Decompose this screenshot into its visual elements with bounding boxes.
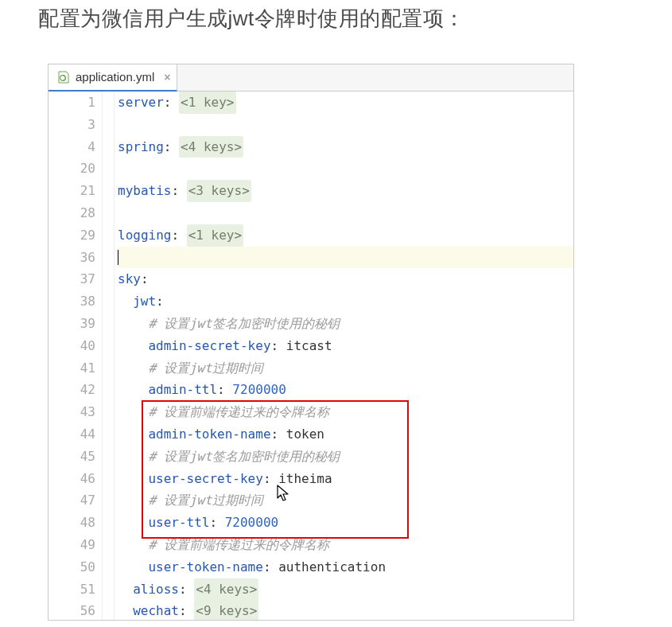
- code-line: server: <1 key>: [118, 92, 573, 114]
- yaml-key: jwt: [133, 290, 156, 313]
- code-line: jwt:: [118, 290, 573, 313]
- code-line: user-token-name: authentication: [118, 556, 573, 578]
- line-number: 50: [49, 556, 95, 578]
- code-line: sky:: [118, 268, 573, 290]
- line-number: 28: [49, 202, 95, 224]
- line-number: 37: [49, 268, 95, 290]
- page-root: 配置为微信用户生成jwt令牌时使用的配置项： application.yml ×: [0, 0, 672, 627]
- line-number: 38: [49, 290, 95, 313]
- line-number: 42: [49, 379, 95, 401]
- line-number: 46: [49, 468, 95, 490]
- code-line: # 设置前端传递过来的令牌名称: [118, 534, 573, 556]
- code-line: spring: <4 keys>: [118, 136, 573, 158]
- yaml-value: itheima: [278, 468, 332, 490]
- code-line: logging: <1 key>: [118, 224, 573, 247]
- yaml-comment: # 设置前端传递过来的令牌名称: [148, 534, 328, 556]
- yaml-key: user-token-name: [148, 556, 263, 578]
- yaml-comment: # 设置jwt签名加密时使用的秘钥: [148, 313, 339, 335]
- yaml-key: sky: [118, 268, 141, 290]
- line-number: 49: [49, 534, 95, 556]
- yaml-key: user-ttl: [148, 512, 209, 534]
- text-caret: [118, 250, 118, 265]
- yaml-key: spring: [118, 136, 164, 158]
- line-number: 40: [49, 335, 95, 357]
- code-line: admin-token-name: token: [118, 423, 573, 446]
- yaml-key: admin-token-name: [148, 423, 270, 446]
- yaml-comment: # 设置jwt签名加密时使用的秘钥: [148, 446, 339, 468]
- code-editor: application.yml × 1 3 4 20 21 28 29 36 3…: [48, 64, 574, 621]
- fold-column: [103, 92, 115, 621]
- page-heading: 配置为微信用户生成jwt令牌时使用的配置项：: [38, 5, 465, 33]
- editor-tab-application-yml[interactable]: application.yml ×: [49, 64, 177, 92]
- yaml-value: itcast: [286, 335, 332, 357]
- code-line: # 设置jwt签名加密时使用的秘钥: [118, 446, 573, 468]
- line-number: 36: [49, 247, 95, 269]
- code-line: mybatis: <3 keys>: [118, 180, 573, 202]
- line-number: 29: [49, 224, 95, 247]
- yaml-key: user-secret-key: [148, 468, 263, 490]
- yaml-value: 7200000: [232, 379, 286, 401]
- code-line: # 设置jwt签名加密时使用的秘钥: [118, 313, 573, 335]
- editor-tab-bar: application.yml ×: [49, 64, 573, 92]
- code-content[interactable]: server: <1 key> spring: <4 keys> mybatis…: [115, 92, 573, 621]
- folded-badge[interactable]: <1 key>: [179, 92, 235, 114]
- yaml-comment: # 设置前端传递过来的令牌名称: [148, 401, 328, 423]
- line-number: 4: [49, 136, 95, 158]
- yaml-key: logging: [118, 224, 171, 247]
- line-number: 48: [49, 512, 95, 534]
- yaml-value: 7200000: [225, 512, 278, 534]
- tab-filename: application.yml: [76, 70, 154, 84]
- code-line: admin-secret-key: itcast: [118, 335, 573, 357]
- code-line: # 设置前端传递过来的令牌名称: [118, 401, 573, 423]
- yaml-key: admin-secret-key: [148, 335, 270, 357]
- line-number: 44: [49, 423, 95, 446]
- folded-badge[interactable]: <1 key>: [187, 224, 243, 247]
- code-line: [118, 202, 573, 224]
- folded-badge[interactable]: <4 keys>: [194, 578, 258, 601]
- code-line: user-ttl: 7200000: [118, 512, 573, 534]
- line-number: 3: [49, 114, 95, 136]
- line-number: 45: [49, 446, 95, 468]
- line-number: 51: [49, 578, 95, 601]
- yaml-key: wechat: [133, 600, 179, 621]
- yaml-comment: # 设置jwt过期时间: [148, 357, 262, 380]
- line-number-gutter: 1 3 4 20 21 28 29 36 37 38 39 40 41 42 4…: [49, 92, 103, 621]
- code-line-active: [118, 247, 573, 269]
- code-line: [118, 158, 573, 180]
- line-number: 1: [49, 92, 95, 114]
- line-number: 21: [49, 180, 95, 202]
- yaml-value: authentication: [278, 556, 386, 578]
- yaml-comment: # 设置jwt过期时间: [148, 489, 262, 512]
- folded-badge[interactable]: <9 keys>: [194, 600, 258, 621]
- code-line: [118, 114, 573, 136]
- line-number: 47: [49, 489, 95, 512]
- folded-badge[interactable]: <4 keys>: [179, 136, 243, 158]
- folded-badge[interactable]: <3 keys>: [187, 180, 251, 202]
- code-body: 1 3 4 20 21 28 29 36 37 38 39 40 41 42 4…: [49, 92, 573, 621]
- line-number: 20: [49, 158, 95, 180]
- yaml-file-icon: [56, 70, 71, 84]
- yaml-key: alioss: [133, 578, 179, 601]
- code-line: # 设置jwt过期时间: [118, 489, 573, 512]
- close-icon[interactable]: ×: [164, 71, 170, 84]
- code-line: wechat: <9 keys>: [118, 600, 573, 621]
- code-line: # 设置jwt过期时间: [118, 357, 573, 380]
- yaml-value: token: [286, 423, 324, 446]
- yaml-key: server: [118, 92, 164, 114]
- line-number: 43: [49, 401, 95, 423]
- line-number: 56: [49, 600, 95, 621]
- yaml-key: admin-ttl: [148, 379, 217, 401]
- yaml-key: mybatis: [118, 180, 171, 202]
- code-line: admin-ttl: 7200000: [118, 379, 573, 401]
- line-number: 41: [49, 357, 95, 380]
- code-line: user-secret-key: itheima: [118, 468, 573, 490]
- line-number: 39: [49, 313, 95, 335]
- code-line: alioss: <4 keys>: [118, 578, 573, 601]
